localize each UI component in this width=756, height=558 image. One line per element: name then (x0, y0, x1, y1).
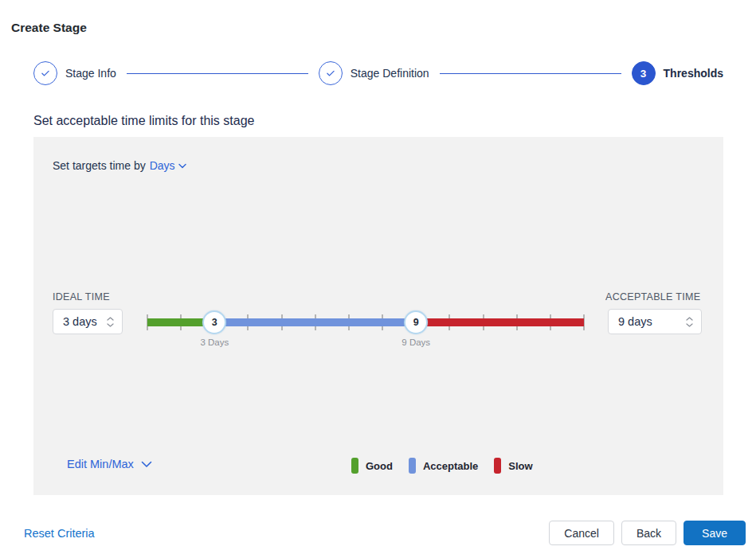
step-label: Stage Info (65, 67, 116, 80)
step-thresholds[interactable]: 3 Thresholds (632, 61, 723, 85)
unit-dropdown[interactable]: Days (150, 159, 186, 172)
threshold-slider: 3 9 3 Days 9 Days (147, 310, 584, 349)
slider-legend: Good Acceptable Slow (351, 458, 533, 474)
acceptable-time-input[interactable] (609, 315, 684, 328)
ideal-time-input-wrap (53, 309, 123, 334)
slider-segment-acceptable (214, 318, 416, 326)
acceptable-time-input-wrap (608, 309, 702, 334)
ideal-time-input[interactable] (53, 315, 105, 328)
legend-label: Slow (508, 460, 532, 472)
acceptable-time-label: ACCEPTABLE TIME (605, 291, 700, 302)
chevron-down-icon (107, 323, 114, 327)
ideal-time-stepper[interactable] (105, 317, 122, 327)
legend-label: Acceptable (423, 460, 478, 472)
section-heading: Set acceptable time limits for this stag… (33, 114, 254, 128)
slider-segment-slow (416, 318, 584, 326)
footer-buttons: Cancel Back Save (549, 521, 746, 545)
ideal-handle[interactable]: 3 (202, 310, 226, 334)
acceptable-time-stepper[interactable] (684, 317, 701, 327)
reset-criteria-link[interactable]: Reset Criteria (24, 527, 95, 540)
legend-item-slow: Slow (494, 458, 532, 474)
stepper-connector (127, 73, 308, 74)
chevron-down-icon (178, 163, 186, 169)
legend-item-acceptable: Acceptable (409, 458, 478, 474)
ideal-time-label: IDEAL TIME (53, 291, 110, 302)
cancel-button[interactable]: Cancel (549, 521, 614, 545)
thresholds-panel: Set targets time by Days IDEAL TIME 3 9 … (33, 137, 723, 495)
check-circle-icon (319, 61, 343, 85)
chevron-up-icon (686, 317, 693, 321)
acceptable-handle[interactable]: 9 (404, 310, 428, 334)
step-label: Thresholds (664, 67, 723, 80)
checkmark-icon (325, 68, 336, 79)
ideal-handle-label: 3 Days (200, 338, 229, 347)
page-title: Create Stage (11, 21, 87, 35)
legend-label: Good (366, 460, 393, 472)
check-circle-icon (33, 61, 57, 85)
legend-item-good: Good (351, 458, 393, 474)
back-button[interactable]: Back (621, 521, 676, 545)
unit-dropdown-value: Days (150, 159, 175, 172)
acceptable-swatch (409, 458, 416, 474)
chevron-down-icon (686, 323, 693, 327)
targets-label: Set targets time by (53, 159, 146, 172)
slow-swatch (494, 458, 501, 474)
save-button[interactable]: Save (684, 521, 746, 545)
stepper-connector (440, 73, 621, 74)
targets-row: Set targets time by Days (53, 159, 186, 172)
step-number-circle: 3 (632, 61, 656, 85)
stepper: Stage Info Stage Definition 3 Thresholds (33, 60, 723, 86)
acceptable-handle-label: 9 Days (402, 338, 430, 347)
step-stage-definition[interactable]: Stage Definition (319, 61, 429, 85)
chevron-down-icon (141, 461, 152, 468)
step-stage-info[interactable]: Stage Info (33, 61, 116, 85)
create-stage-dialog: Create Stage Stage Info Stage Definition… (0, 0, 756, 558)
checkmark-icon (40, 68, 51, 79)
edit-minmax-link[interactable]: Edit Min/Max (67, 458, 152, 470)
good-swatch (351, 458, 358, 474)
chevron-up-icon (107, 317, 114, 321)
edit-minmax-label: Edit Min/Max (67, 458, 134, 470)
step-label: Stage Definition (351, 67, 429, 80)
